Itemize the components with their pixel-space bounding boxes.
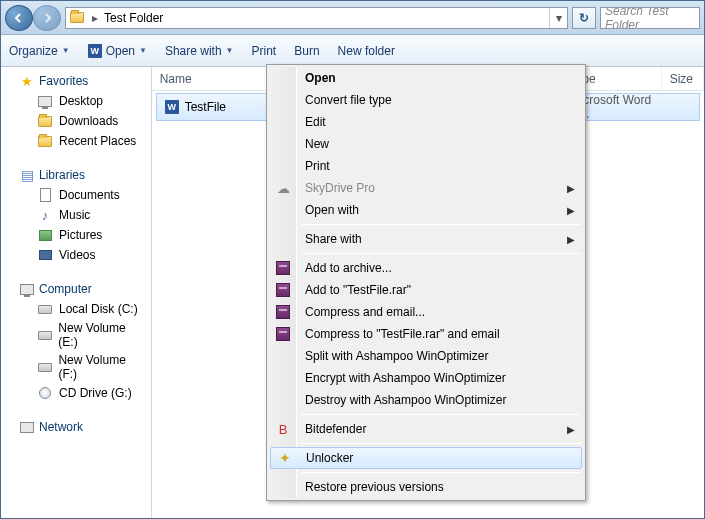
ctx-skydrive[interactable]: ☁SkyDrive Pro▶ (269, 177, 583, 199)
documents-icon (37, 187, 53, 203)
drive-icon (37, 359, 52, 375)
arrow-left-icon (14, 13, 24, 23)
ctx-sharewith[interactable]: Share with▶ (269, 228, 583, 250)
newfolder-button[interactable]: New folder (338, 44, 395, 58)
sidebar-item-music[interactable]: ♪Music (1, 205, 151, 225)
organize-button[interactable]: Organize▼ (9, 44, 70, 58)
breadcrumb-path[interactable]: Test Folder (102, 11, 549, 25)
burn-button[interactable]: Burn (294, 44, 319, 58)
rar-icon (275, 260, 291, 276)
ctx-new[interactable]: New (269, 133, 583, 155)
sidebar-item-documents[interactable]: Documents (1, 185, 151, 205)
ctx-open[interactable]: Open (269, 67, 583, 89)
submenu-arrow-icon: ▶ (567, 205, 575, 216)
share-button[interactable]: Share with▼ (165, 44, 234, 58)
sidebar-network[interactable]: Network (1, 417, 151, 437)
word-icon: W (165, 100, 179, 114)
sidebar-item-vol-e[interactable]: New Volume (E:) (1, 319, 151, 351)
drive-icon (37, 327, 52, 343)
music-icon: ♪ (37, 207, 53, 223)
file-name: TestFile (185, 100, 226, 114)
ctx-convert[interactable]: Convert file type (269, 89, 583, 111)
ctx-restore[interactable]: Restore previous versions (269, 476, 583, 498)
context-menu: Open Convert file type Edit New Print ☁S… (266, 64, 586, 501)
toolbar: Organize▼ WOpen▼ Share with▼ Print Burn … (1, 35, 704, 67)
drive-icon (37, 301, 53, 317)
computer-icon (19, 281, 35, 297)
sidebar-item-cddrive[interactable]: CD Drive (G:) (1, 383, 151, 403)
rar-icon (275, 326, 291, 342)
sidebar-libraries[interactable]: ▤Libraries (1, 165, 151, 185)
sidebar-item-downloads[interactable]: Downloads (1, 111, 151, 131)
folder-icon (66, 8, 88, 28)
refresh-button[interactable]: ↻ (572, 7, 596, 29)
ctx-addarchive[interactable]: Add to archive... (269, 257, 583, 279)
menu-separator (301, 253, 581, 254)
videos-icon (37, 247, 53, 263)
ctx-print[interactable]: Print (269, 155, 583, 177)
ctx-destroy[interactable]: Destroy with Ashampoo WinOptimizer (269, 389, 583, 411)
sidebar-favorites[interactable]: ★Favorites (1, 71, 151, 91)
sidebar-item-localdisk[interactable]: Local Disk (C:) (1, 299, 151, 319)
sidebar-item-pictures[interactable]: Pictures (1, 225, 151, 245)
cloud-icon: ☁ (275, 180, 291, 196)
sidebar-item-desktop[interactable]: Desktop (1, 91, 151, 111)
network-icon (19, 419, 35, 435)
star-icon: ★ (19, 73, 35, 89)
refresh-icon: ↻ (579, 11, 589, 25)
column-size[interactable]: Size (662, 67, 704, 90)
address-bar[interactable]: ▸ Test Folder ▾ (65, 7, 568, 29)
back-button[interactable] (5, 5, 33, 31)
ctx-bitdefender[interactable]: BBitdefender▶ (269, 418, 583, 440)
submenu-arrow-icon: ▶ (567, 424, 575, 435)
forward-button[interactable] (33, 5, 61, 31)
rar-icon (275, 304, 291, 320)
recent-icon (37, 133, 53, 149)
ctx-edit[interactable]: Edit (269, 111, 583, 133)
menu-separator (301, 472, 581, 473)
ctx-encrypt[interactable]: Encrypt with Ashampoo WinOptimizer (269, 367, 583, 389)
arrow-right-icon (42, 13, 52, 23)
ctx-split[interactable]: Split with Ashampoo WinOptimizer (269, 345, 583, 367)
submenu-arrow-icon: ▶ (567, 234, 575, 245)
rar-icon (275, 282, 291, 298)
ctx-openwith[interactable]: Open with▶ (269, 199, 583, 221)
menu-separator (301, 224, 581, 225)
search-input[interactable]: Search Test Folder (600, 7, 700, 29)
key-icon: ✦ (277, 450, 293, 466)
sidebar-item-recent[interactable]: Recent Places (1, 131, 151, 151)
word-icon: W (88, 44, 102, 58)
sidebar-item-videos[interactable]: Videos (1, 245, 151, 265)
desktop-icon (37, 93, 53, 109)
libraries-icon: ▤ (19, 167, 35, 183)
address-dropdown[interactable]: ▾ (549, 8, 567, 28)
menu-separator (301, 414, 581, 415)
ctx-compressemail[interactable]: Compress and email... (269, 301, 583, 323)
sidebar-computer[interactable]: Computer (1, 279, 151, 299)
downloads-icon (37, 113, 53, 129)
cd-icon (37, 385, 53, 401)
nav-bar: ▸ Test Folder ▾ ↻ Search Test Folder (1, 1, 704, 35)
breadcrumb-sep: ▸ (88, 11, 102, 25)
ctx-addrar[interactable]: Add to "TestFile.rar" (269, 279, 583, 301)
bitdefender-icon: B (275, 421, 291, 437)
sidebar: ★Favorites Desktop Downloads Recent Plac… (1, 67, 152, 518)
ctx-compressraremail[interactable]: Compress to "TestFile.rar" and email (269, 323, 583, 345)
sidebar-item-vol-f[interactable]: New Volume (F:) (1, 351, 151, 383)
print-button[interactable]: Print (252, 44, 277, 58)
ctx-unlocker[interactable]: ✦Unlocker (270, 447, 582, 469)
nav-buttons (5, 5, 61, 31)
open-button[interactable]: WOpen▼ (88, 44, 147, 58)
explorer-window: ▸ Test Folder ▾ ↻ Search Test Folder Org… (0, 0, 705, 519)
menu-separator (301, 443, 581, 444)
pictures-icon (37, 227, 53, 243)
submenu-arrow-icon: ▶ (567, 183, 575, 194)
